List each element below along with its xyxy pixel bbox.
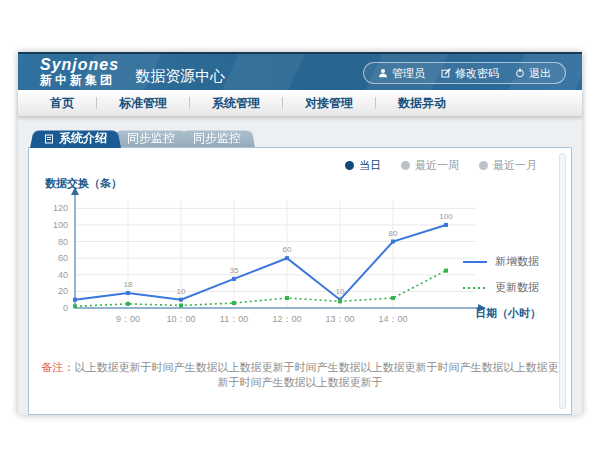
app-window: Synjones 新中新集团 数据资源中心 管理员 修改密码 退出 首页 标准管…: [18, 52, 582, 415]
filter-today[interactable]: 当日: [345, 158, 381, 173]
change-password-button[interactable]: 修改密码: [441, 66, 499, 81]
nav-item-standard-mgmt[interactable]: 标准管理: [97, 95, 189, 112]
svg-text:14：00: 14：00: [378, 314, 407, 324]
svg-text:9：00: 9：00: [116, 314, 140, 324]
content-area: 系统介绍 同步监控 同步监控 当日 最近一周: [18, 117, 582, 415]
svg-text:20: 20: [58, 286, 68, 296]
legend-label: 新增数据: [495, 254, 539, 269]
chart-area: 数据交换（条） 0204060801001209：0010：0011：0012：…: [37, 176, 563, 351]
company-logo: Synjones 新中新集团: [40, 57, 119, 86]
user-toolbar: 管理员 修改密码 退出: [363, 62, 566, 84]
footnote-text: 以上数据更新于时间产生数据以上数据更新于时间产生数据以上数据更新于时间产生数据以…: [75, 361, 559, 388]
legend-item-new-data: 新增数据: [463, 254, 539, 269]
legend-label: 更新数据: [495, 280, 539, 295]
chart-panel: 当日 最近一周 最近一月 数据交换（条） 0204060801001209：00…: [28, 147, 572, 415]
svg-text:40: 40: [58, 270, 68, 280]
svg-text:10: 10: [177, 287, 186, 296]
tab-label: 同步监控: [127, 130, 175, 147]
main-nav: 首页 标准管理 系统管理 对接管理 数据异动: [18, 90, 582, 117]
tab-bar: 系统介绍 同步监控 同步监控: [30, 129, 572, 148]
tab-label: 同步监控: [193, 130, 241, 147]
logout-button[interactable]: 退出: [515, 66, 551, 81]
svg-text:35: 35: [230, 266, 239, 275]
svg-text:12：00: 12：00: [272, 314, 301, 324]
change-password-label: 修改密码: [455, 66, 499, 81]
tab-sync-monitor-2[interactable]: 同步监控: [179, 129, 255, 148]
edit-icon: [441, 68, 451, 78]
logout-label: 退出: [529, 66, 551, 81]
filter-label: 当日: [359, 158, 381, 173]
filter-label: 最近一月: [493, 158, 537, 173]
radio-icon: [401, 161, 410, 170]
svg-text:100: 100: [53, 220, 68, 230]
nav-item-system-mgmt[interactable]: 系统管理: [190, 95, 282, 112]
radio-icon: [479, 161, 488, 170]
filter-last-week[interactable]: 最近一周: [401, 158, 459, 173]
current-user-button[interactable]: 管理员: [378, 66, 425, 81]
svg-text:10: 10: [336, 287, 345, 296]
svg-text:80: 80: [58, 237, 68, 247]
tab-label: 系统介绍: [59, 130, 107, 147]
svg-text:120: 120: [53, 203, 68, 213]
solid-line-icon: [463, 259, 487, 265]
filter-label: 最近一周: [415, 158, 459, 173]
svg-text:0: 0: [63, 303, 68, 313]
x-axis-title: 日期（小时）: [475, 306, 541, 321]
user-icon: [378, 68, 388, 78]
power-icon: [515, 68, 525, 78]
range-filter-group: 当日 最近一周 最近一月: [345, 158, 537, 173]
legend-item-update-data: 更新数据: [463, 280, 539, 295]
line-chart: 0204060801001209：0010：0011：0012：0013：001…: [39, 186, 499, 331]
nav-item-home[interactable]: 首页: [28, 95, 96, 112]
nav-item-data-change[interactable]: 数据异动: [376, 95, 468, 112]
page-title: 数据资源中心: [135, 67, 225, 86]
svg-text:13：00: 13：00: [325, 314, 354, 324]
filter-last-month[interactable]: 最近一月: [479, 158, 537, 173]
footnote: 备注：以上数据更新于时间产生数据以上数据更新于时间产生数据以上数据更新于时间产生…: [39, 360, 561, 391]
logo-text-en: Synjones: [40, 57, 119, 74]
svg-text:100: 100: [439, 212, 453, 221]
nav-item-interface-mgmt[interactable]: 对接管理: [283, 95, 375, 112]
dotted-line-icon: [463, 285, 487, 291]
current-user-label: 管理员: [392, 66, 425, 81]
logo-text-cn: 新中新集团: [40, 74, 119, 87]
chart-legend: 新增数据 更新数据: [463, 254, 539, 295]
tab-sync-monitor-1[interactable]: 同步监控: [113, 129, 189, 148]
app-header: Synjones 新中新集团 数据资源中心 管理员 修改密码 退出: [18, 52, 582, 90]
radio-selected-icon: [345, 161, 354, 170]
svg-text:18: 18: [124, 280, 133, 289]
document-icon: [44, 134, 54, 144]
tab-system-intro[interactable]: 系统介绍: [30, 129, 121, 148]
svg-text:11：00: 11：00: [220, 314, 248, 324]
footnote-prefix: 备注：: [42, 361, 75, 373]
svg-text:60: 60: [58, 253, 68, 263]
svg-text:80: 80: [389, 229, 398, 238]
svg-text:10：00: 10：00: [166, 314, 195, 324]
svg-text:60: 60: [283, 245, 292, 254]
